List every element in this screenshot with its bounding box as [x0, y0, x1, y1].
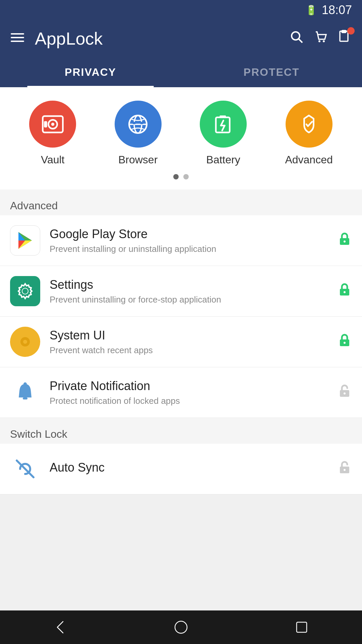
list-item-private-notification[interactable]: Private Notification Protect notificatio… [0, 367, 362, 418]
private-notification-text: Private Notification Protect notificatio… [50, 379, 328, 406]
settings-icon [10, 276, 40, 306]
system-ui-subtitle: Prevent watch recent apps [50, 345, 328, 356]
auto-sync-lock-icon[interactable] [337, 460, 352, 478]
nav-back-button[interactable] [44, 610, 77, 644]
list-item-settings[interactable]: Settings Prevent uninstalling or force-s… [0, 266, 362, 317]
battery-icon: 🔋 [305, 5, 317, 16]
auto-sync-icon [10, 454, 40, 484]
switch-lock-list: Auto Sync [0, 444, 362, 494]
vault-card-icon [29, 101, 76, 148]
svg-point-6 [323, 40, 325, 42]
private-notification-lock-icon[interactable] [337, 383, 352, 401]
advanced-card-icon [286, 101, 333, 148]
feature-card-vault[interactable]: Vault [29, 101, 76, 166]
search-icon[interactable] [290, 30, 304, 47]
notification-badge [347, 27, 355, 35]
svg-point-33 [344, 291, 346, 293]
dot-1 [173, 174, 179, 179]
svg-rect-12 [44, 121, 47, 127]
list-item-system-ui[interactable]: System UI Prevent watch recent apps [0, 317, 362, 367]
system-ui-text: System UI Prevent watch recent apps [50, 328, 328, 356]
browser-label: Browser [118, 154, 158, 166]
profile-icon[interactable] [338, 30, 352, 47]
system-ui-lock-icon[interactable] [337, 333, 352, 351]
tab-protect[interactable]: PROTECT [181, 57, 362, 87]
settings-text: Settings Prevent uninstalling or force-s… [50, 278, 328, 305]
list-item-auto-sync[interactable]: Auto Sync [0, 444, 362, 494]
app-title: AppLock [35, 29, 280, 49]
cards-row: Vault Browser [10, 101, 352, 166]
battery-card-icon [200, 101, 247, 148]
svg-point-16 [132, 122, 136, 124]
list-item-google-play-store[interactable]: Google Play Store Prevent installing or … [0, 215, 362, 266]
svg-rect-19 [220, 115, 226, 118]
browser-card-icon [115, 101, 162, 148]
nav-recents-button[interactable] [285, 610, 318, 644]
svg-point-17 [140, 122, 143, 124]
svg-rect-8 [342, 31, 346, 33]
svg-point-40 [23, 382, 27, 386]
private-notification-title: Private Notification [50, 379, 328, 393]
settings-subtitle: Prevent uninstalling or force-stop appli… [50, 294, 328, 305]
tab-bar: PRIVACY PROTECT [0, 57, 362, 87]
feature-card-browser[interactable]: Browser [115, 101, 162, 166]
svg-point-36 [23, 340, 27, 344]
svg-line-43 [23, 459, 25, 463]
play-store-icon [10, 225, 40, 256]
svg-point-3 [292, 32, 300, 40]
advanced-list: Google Play Store Prevent installing or … [0, 215, 362, 418]
dots-indicator [10, 174, 352, 179]
svg-rect-39 [23, 397, 27, 399]
svg-point-38 [344, 342, 346, 344]
header-actions [290, 30, 352, 47]
play-store-text: Google Play Store Prevent installing or … [50, 227, 328, 254]
system-ui-title: System UI [50, 328, 328, 342]
private-notification-subtitle: Protect notification of locked apps [50, 396, 328, 406]
vault-label: Vault [41, 154, 65, 166]
feature-card-battery[interactable]: Battery [200, 101, 247, 166]
hamburger-menu-icon[interactable] [10, 30, 25, 47]
svg-line-4 [299, 39, 302, 43]
status-time: 18:07 [322, 3, 352, 17]
system-ui-icon [10, 327, 40, 357]
svg-rect-48 [297, 622, 307, 632]
status-icons: 🔋 18:07 [305, 3, 352, 17]
svg-point-11 [51, 122, 54, 125]
svg-point-29 [344, 240, 346, 243]
settings-lock-icon[interactable] [337, 282, 352, 300]
svg-point-5 [318, 40, 320, 42]
switch-lock-section-label: Switch Lock [0, 418, 362, 444]
play-store-subtitle: Prevent installing or uninstalling appli… [50, 244, 328, 254]
svg-point-46 [344, 469, 346, 471]
cart-icon[interactable] [314, 30, 328, 47]
advanced-section-label: Advanced [0, 190, 362, 215]
notification-icon [10, 377, 40, 408]
status-bar: 🔋 18:07 [0, 0, 362, 20]
bottom-navigation [0, 610, 362, 644]
play-store-title: Google Play Store [50, 227, 328, 241]
svg-point-42 [344, 392, 346, 394]
auto-sync-text: Auto Sync [50, 461, 328, 477]
svg-point-31 [22, 288, 28, 294]
nav-home-button[interactable] [164, 610, 198, 644]
play-store-lock-icon[interactable] [337, 231, 352, 250]
auto-sync-title: Auto Sync [50, 461, 328, 475]
advanced-label: Advanced [285, 154, 333, 166]
svg-point-47 [175, 621, 187, 633]
feature-card-advanced[interactable]: Advanced [285, 101, 333, 166]
settings-title: Settings [50, 278, 328, 292]
feature-cards-container: Vault Browser [0, 87, 362, 190]
app-header: AppLock [0, 20, 362, 57]
dot-2 [183, 174, 189, 179]
tab-privacy[interactable]: PRIVACY [0, 57, 181, 87]
battery-label: Battery [206, 154, 240, 166]
